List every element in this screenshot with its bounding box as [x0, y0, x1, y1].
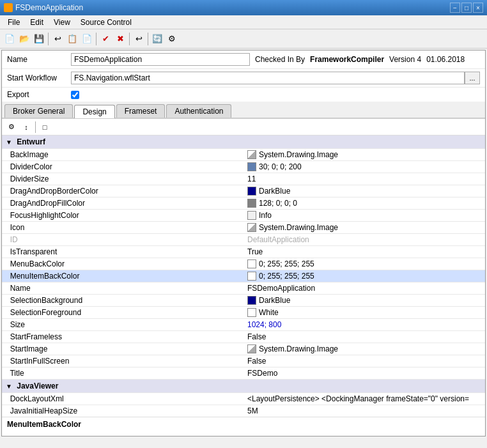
size-value: 1024; 800: [247, 320, 281, 329]
tab-broker-general[interactable]: Broker General: [4, 104, 73, 118]
name-input[interactable]: [71, 53, 250, 66]
prop-name-size: Size: [2, 319, 244, 331]
table-row: StartInFullScreen False: [2, 355, 485, 367]
menu-file[interactable]: File: [3, 17, 25, 28]
undo2-button[interactable]: ↩: [132, 32, 146, 46]
date-value: 01.06.2018: [426, 55, 465, 64]
prop-value-focushighlightcolor[interactable]: Info: [244, 210, 485, 222]
prop-value-size[interactable]: 1024; 800: [244, 319, 485, 331]
prop-value-title[interactable]: FSDemo: [244, 367, 485, 380]
color-swatch-divider: [247, 162, 256, 171]
table-row: StartFrameless False: [2, 331, 485, 343]
backimage-value: System.Drawing.Image: [259, 150, 338, 159]
export-row: Export: [2, 88, 485, 102]
prop-value-menuitembackcolor[interactable]: 0; 255; 255; 255: [244, 270, 485, 282]
table-row: Icon System.Drawing.Image: [2, 222, 485, 234]
color-swatch-dnd-border: [247, 187, 256, 196]
table-row: Size 1024; 800: [2, 319, 485, 331]
prop-value-dividersize[interactable]: 11: [244, 173, 485, 185]
version-value: Version 4: [389, 55, 421, 64]
table-row: JavaInitialHeapSize 5M: [2, 405, 485, 417]
open-button[interactable]: 📂: [17, 32, 31, 46]
prop-value-name[interactable]: FSDemoApplication: [244, 282, 485, 295]
paste-button[interactable]: 📄: [80, 32, 94, 46]
table-row: FocusHighlightColor Info: [2, 210, 485, 222]
id-value: DefaultApplication: [247, 235, 309, 244]
entwurf-arrow: ▼: [6, 139, 12, 146]
section-entwurf[interactable]: ▼ Entwurf: [2, 135, 485, 149]
minimize-button[interactable]: −: [450, 3, 460, 13]
istransparent-value: True: [247, 247, 263, 256]
prop-value-icon[interactable]: System.Drawing.Image: [244, 222, 485, 234]
bottom-label: MenuItemBackColor: [7, 420, 81, 429]
selectionforeground-value: White: [259, 308, 279, 317]
prop-value-startframeless[interactable]: False: [244, 331, 485, 343]
new-button[interactable]: 📄: [3, 32, 17, 46]
color-swatch-sel-bg: [247, 296, 256, 305]
prop-name-title: Title: [2, 367, 244, 380]
table-row: Title FSDemo: [2, 367, 485, 380]
prop-value-id[interactable]: DefaultApplication: [244, 234, 485, 246]
prop-value-selectionbackground[interactable]: DarkBlue: [244, 295, 485, 307]
prop-name-dividercolor: DividerColor: [2, 161, 244, 173]
prop-value-menubackcolor[interactable]: 0; 255; 255; 255: [244, 258, 485, 270]
tab-design[interactable]: Design: [74, 105, 114, 118]
prop-value-selectionforeground[interactable]: White: [244, 307, 485, 319]
image-icon-3: [247, 344, 256, 353]
prop-name-selectionforeground: SelectionForeground: [2, 307, 244, 319]
menu-edit[interactable]: Edit: [25, 17, 49, 28]
color-swatch-focus: [247, 211, 256, 220]
export-label: Export: [7, 90, 71, 99]
image-icon: [247, 150, 256, 159]
tab-authentication[interactable]: Authentication: [166, 104, 231, 118]
settings-button[interactable]: ⚙: [165, 32, 179, 46]
prop-value-docklayoutxml[interactable]: <LayoutPersistence> <DockingManager fram…: [244, 393, 485, 405]
close-button[interactable]: ×: [473, 3, 483, 13]
prop-value-javainitialheapsize[interactable]: 5M: [244, 405, 485, 417]
undo-button[interactable]: ↩: [50, 32, 65, 46]
copy-button[interactable]: 📋: [65, 32, 79, 46]
menu-source-control[interactable]: Source Control: [75, 17, 137, 28]
prop-value-dividercolor[interactable]: 30; 0; 0; 200: [244, 161, 485, 173]
browse-button[interactable]: ...: [465, 72, 480, 84]
table-row: MenuItemBackColor 0; 255; 255; 255: [2, 270, 485, 282]
prop-name-focushighlightcolor: FocusHighlightColor: [2, 210, 244, 222]
prop-name-dividersize: DividerSize: [2, 173, 244, 185]
table-row: IsTransparent True: [2, 246, 485, 258]
prop-value-istransparent[interactable]: True: [244, 246, 485, 258]
check-out-button[interactable]: ✖: [113, 32, 127, 46]
properties-button[interactable]: □: [38, 121, 52, 134]
properties-scroll[interactable]: ▼ Entwurf BackImage System.Drawing.Image: [2, 135, 485, 417]
table-row: DragAndDropBorderColor DarkBlue: [2, 185, 485, 197]
color-swatch-menu-back: [247, 259, 256, 268]
check-in-button[interactable]: ✔: [98, 32, 112, 46]
menu-view[interactable]: View: [49, 17, 75, 28]
prop-value-startinfullscreen[interactable]: False: [244, 355, 485, 367]
prop-value-startimage[interactable]: System.Drawing.Image: [244, 343, 485, 355]
export-checkbox[interactable]: [71, 91, 79, 99]
prop-name-menubackcolor: MenuBackColor: [2, 258, 244, 270]
title-text: FSDemoApplication: [15, 3, 83, 12]
alphabetical-button[interactable]: ↕: [19, 121, 33, 134]
prop-value-draganddropbordercolor[interactable]: DarkBlue: [244, 185, 485, 197]
name-label: Name: [7, 55, 71, 64]
prop-name-startframeless: StartFrameless: [2, 331, 244, 343]
docklayoutxml-value: <LayoutPersistence> <DockingManager fram…: [247, 394, 469, 403]
prop-value-draganddropfillcolor[interactable]: 128; 0; 0; 0: [244, 197, 485, 210]
entwurf-label: Entwurf: [17, 137, 45, 146]
save-button[interactable]: 💾: [32, 32, 46, 46]
dividersize-value: 11: [247, 174, 256, 183]
prop-name-selectionbackground: SelectionBackground: [2, 295, 244, 307]
prop-value-backimage[interactable]: System.Drawing.Image: [244, 149, 485, 161]
section-javaviewer[interactable]: ▼ JavaViewer: [2, 380, 485, 393]
prop-name-menuitembackcolor: MenuItemBackColor: [2, 270, 244, 282]
prop-toolbar-sep: [35, 121, 36, 133]
refresh-button[interactable]: 🔄: [150, 32, 164, 46]
maximize-button[interactable]: □: [461, 3, 472, 13]
tab-frameset[interactable]: Frameset: [116, 104, 166, 118]
startframeless-value: False: [247, 332, 266, 341]
table-row: DividerSize 11: [2, 173, 485, 185]
start-workflow-input[interactable]: [71, 72, 465, 84]
categorized-button[interactable]: ⚙: [4, 121, 19, 134]
focushighlightcolor-value: Info: [259, 211, 272, 220]
